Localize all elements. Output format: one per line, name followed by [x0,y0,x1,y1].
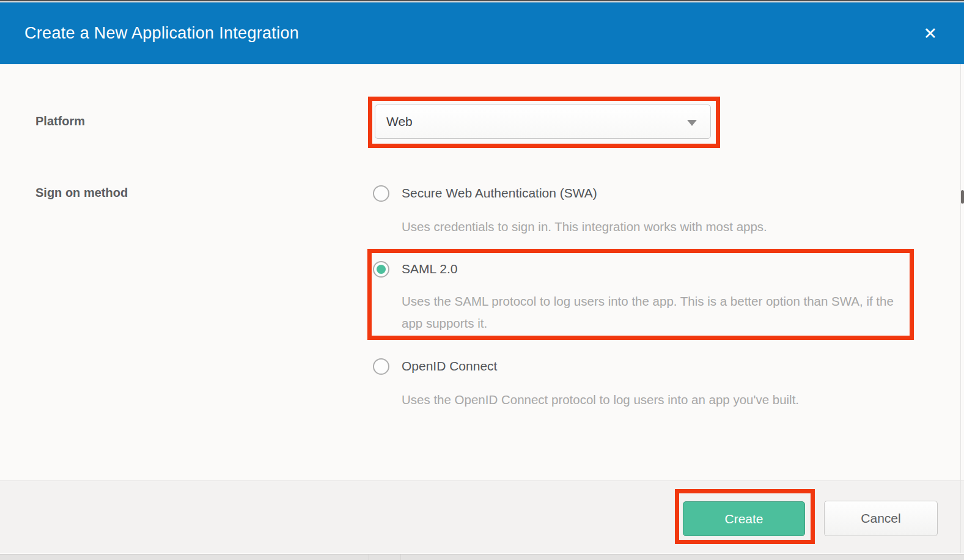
modal-footer [0,481,964,553]
platform-label: Platform [35,114,85,128]
modal-title: Create a New Application Integration [24,24,299,43]
cancel-button[interactable]: Cancel [824,501,938,536]
scrollbar-thumb[interactable] [961,190,964,204]
page-background-strip [0,554,964,560]
radio-swa-label[interactable]: Secure Web Authentication (SWA) [402,186,597,201]
sign-on-method-label: Sign on method [35,186,128,200]
modal-header: Create a New Application Integration ✕ [0,2,964,64]
radio-swa[interactable] [373,185,389,202]
background-divider [400,554,401,560]
platform-dropdown[interactable]: Web [375,105,711,139]
radio-openid-description: Uses the OpenID Connect protocol to log … [402,389,799,411]
radio-openid-label[interactable]: OpenID Connect [402,359,497,374]
radio-saml-description: Uses the SAML protocol to log users into… [402,290,903,334]
create-button[interactable]: Create [683,501,805,536]
radio-saml-label[interactable]: SAML 2.0 [402,262,457,276]
scrollbar-track [960,64,961,553]
radio-swa-description: Uses credentials to sign in. This integr… [402,216,767,238]
chevron-down-icon [687,120,697,126]
close-icon[interactable]: ✕ [923,25,937,42]
platform-dropdown-value: Web [386,114,413,129]
radio-saml[interactable] [373,261,389,278]
background-divider [369,554,369,560]
radio-openid[interactable] [373,358,389,375]
